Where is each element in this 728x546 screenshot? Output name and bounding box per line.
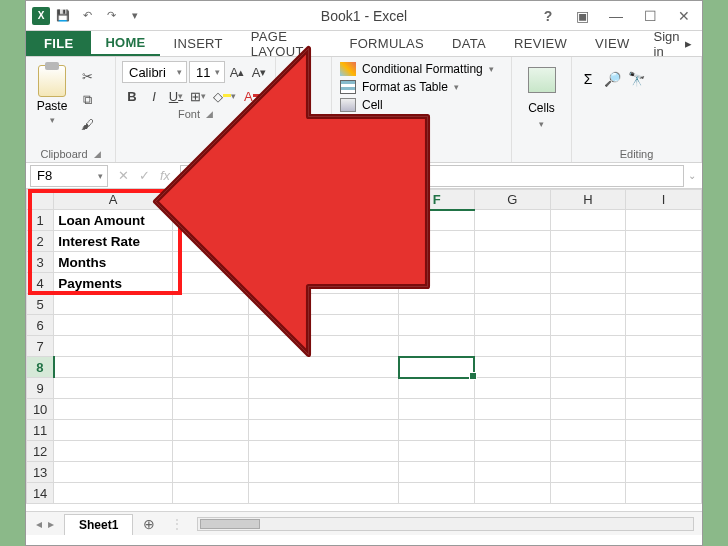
row-header-7[interactable]: 7 (27, 336, 54, 357)
expand-formula-bar-button[interactable]: ⌄ (688, 170, 696, 181)
row-header-14[interactable]: 14 (27, 483, 54, 504)
tab-insert[interactable]: INSERT (160, 31, 237, 56)
group-cells: Cells ▾ (512, 57, 572, 162)
row-header-9[interactable]: 9 (27, 378, 54, 399)
row-header-12[interactable]: 12 (27, 441, 54, 462)
ribbon-display-button[interactable]: ▣ (568, 8, 596, 24)
cell-a1[interactable]: Loan Amount (54, 210, 173, 231)
excel-logo-icon: X (32, 7, 50, 25)
decrease-font-button[interactable]: A▾ (249, 62, 269, 82)
fat-label: Format as Table (362, 80, 448, 94)
scrollbar-thumb[interactable] (200, 519, 260, 529)
cell-f8[interactable] (399, 357, 475, 378)
row-header-13[interactable]: 13 (27, 462, 54, 483)
cell-a3[interactable]: Months (54, 252, 173, 273)
row-header-6[interactable]: 6 (27, 315, 54, 336)
window-controls: ? ▣ — ☐ ✕ (534, 1, 698, 31)
formula-input[interactable] (180, 165, 684, 187)
ribbon-tabs: FILE HOME INSERT PAGE LAYOUT FORMULAS DA… (26, 31, 702, 57)
tab-view[interactable]: VIEW (581, 31, 643, 56)
col-header-b[interactable]: B (173, 190, 249, 210)
sheet-tab-sheet1[interactable]: Sheet1 (64, 514, 133, 535)
underline-button[interactable]: U▾ (166, 86, 186, 106)
col-header-a[interactable]: A (54, 190, 173, 210)
copy-button[interactable]: ⧉ (76, 89, 98, 111)
row-header-5[interactable]: 5 (27, 294, 54, 315)
maximize-button[interactable]: ☐ (636, 8, 664, 24)
tab-data[interactable]: DATA (438, 31, 500, 56)
clipboard-dialog-launcher[interactable]: ◢ (94, 149, 101, 159)
close-button[interactable]: ✕ (670, 8, 698, 24)
col-header-h[interactable]: H (550, 190, 626, 210)
tab-file[interactable]: FILE (26, 31, 91, 56)
sheet-nav-prev[interactable]: ◂ (36, 517, 42, 531)
font-group-label: Font (178, 108, 200, 120)
save-button[interactable]: 💾 (52, 5, 74, 27)
new-sheet-button[interactable]: ⊕ (133, 516, 165, 532)
italic-button[interactable]: I (144, 86, 164, 106)
row-header-1[interactable]: 1 (27, 210, 54, 231)
cs-label: Cell (362, 98, 383, 112)
group-alignment: ≡ ≡ Alignm (276, 57, 332, 162)
increase-font-button[interactable]: A▴ (227, 62, 247, 82)
col-header-hidden (248, 190, 399, 210)
font-name-combo[interactable]: Calibri (122, 61, 187, 83)
window-title: Book1 - Excel (321, 8, 407, 24)
row-header-3[interactable]: 3 (27, 252, 54, 273)
row-header-2[interactable]: 2 (27, 231, 54, 252)
paste-button[interactable]: Paste ▾ (32, 61, 72, 146)
font-size-combo[interactable]: 11 (189, 61, 225, 83)
name-box[interactable]: F8 (30, 165, 108, 187)
autosum-button[interactable]: Σ (578, 67, 598, 91)
chevron-down-icon: ▾ (50, 115, 55, 125)
row-header-4[interactable]: 4 (27, 273, 54, 294)
cell-styles-button[interactable]: Cell (338, 97, 505, 113)
redo-button[interactable]: ↷ (100, 5, 122, 27)
tab-formulas[interactable]: FORMULAS (335, 31, 438, 56)
tab-page-layout[interactable]: PAGE LAYOUT (237, 31, 336, 56)
editing-group-label: Editing (620, 148, 654, 160)
qat-customize-button[interactable]: ▾ (124, 5, 146, 27)
row-header-11[interactable]: 11 (27, 420, 54, 441)
col-header-f[interactable]: F (399, 190, 475, 210)
title-bar: X 💾 ↶ ↷ ▾ Book1 - Excel ? ▣ — ☐ ✕ (26, 1, 702, 31)
cancel-formula-button[interactable]: ✕ (118, 168, 129, 183)
minimize-button[interactable]: — (602, 8, 630, 24)
format-painter-button[interactable]: 🖌 (76, 113, 98, 135)
col-header-i[interactable]: I (626, 190, 702, 210)
select-all-button[interactable] (27, 190, 54, 210)
bold-button[interactable]: B (122, 86, 142, 106)
horizontal-scrollbar[interactable] (197, 517, 694, 531)
row-header-10[interactable]: 10 (27, 399, 54, 420)
sort-filter-button[interactable]: 🔎 (602, 67, 622, 91)
group-styles: Conditional Formatting▾ Format as Table▾… (332, 57, 512, 162)
insert-function-button[interactable]: fx (160, 168, 170, 183)
sign-in-link[interactable]: Sign in▸ (644, 31, 702, 56)
undo-button[interactable]: ↶ (76, 5, 98, 27)
worksheet-grid[interactable]: A B F G H I 1Loan Amount 2Interest Rate … (26, 189, 702, 511)
font-dialog-launcher[interactable]: ◢ (206, 109, 213, 119)
find-select-button[interactable]: 🔭 (626, 67, 646, 91)
fill-color-button[interactable]: ◇▾ (210, 86, 239, 106)
align-top-button[interactable]: ≡ (282, 61, 325, 81)
cell-a4[interactable]: Payments (54, 273, 173, 294)
quick-access-toolbar: X 💾 ↶ ↷ ▾ (26, 5, 146, 27)
font-color-button[interactable]: A▾ (241, 86, 269, 106)
row-header-8[interactable]: 8 (27, 357, 54, 378)
chevron-right-icon: ▸ (685, 36, 692, 51)
enter-formula-button[interactable]: ✓ (139, 168, 150, 183)
border-button[interactable]: ⊞▾ (188, 86, 208, 106)
tab-review[interactable]: REVIEW (500, 31, 581, 56)
format-as-table-button[interactable]: Format as Table▾ (338, 79, 505, 95)
sheet-nav-next[interactable]: ▸ (48, 517, 54, 531)
cell-a2[interactable]: Interest Rate (54, 231, 173, 252)
help-button[interactable]: ? (534, 8, 562, 24)
align-middle-button[interactable]: ≡ (282, 83, 325, 103)
conditional-formatting-button[interactable]: Conditional Formatting▾ (338, 61, 505, 77)
cells-button[interactable]: Cells ▾ (518, 61, 565, 158)
col-header-g[interactable]: G (474, 190, 550, 210)
group-clipboard: Paste ▾ ✂ ⧉ 🖌 Clipboard◢ (26, 57, 116, 162)
cut-button[interactable]: ✂ (76, 65, 98, 87)
conditional-formatting-icon (340, 62, 356, 76)
tab-home[interactable]: HOME (91, 31, 159, 56)
